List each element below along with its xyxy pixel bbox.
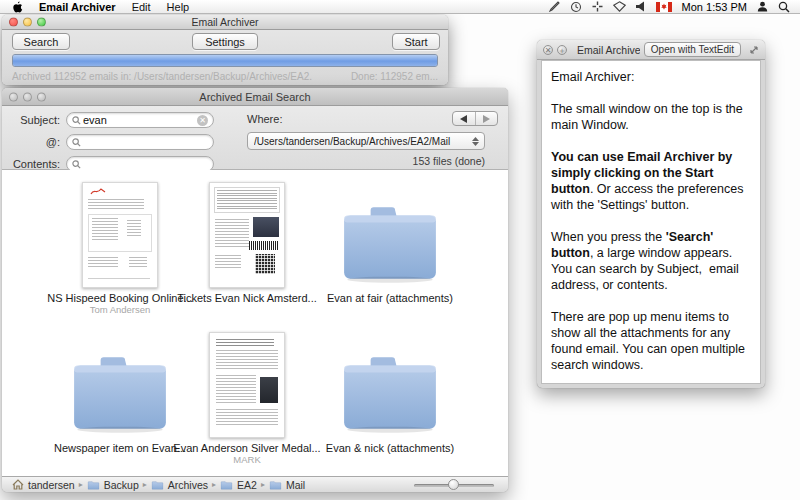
back-icon <box>460 115 467 123</box>
archive-status-text: Archived 112952 emails in: /Users/tander… <box>12 71 312 82</box>
zoom-button[interactable] <box>37 18 46 27</box>
diamond-icon[interactable] <box>613 1 626 12</box>
folder-icon[interactable] <box>69 352 171 436</box>
zoom-button[interactable] <box>37 92 46 101</box>
where-popup-menu[interactable]: /Users/tandersen/Backup/Archives/EA2/Mai… <box>247 132 485 150</box>
folder-icon[interactable] <box>339 202 441 286</box>
files-count: 153 files (done) <box>247 155 485 167</box>
main-window-titlebar[interactable]: Email Archiver <box>2 15 448 30</box>
search-window-titlebar[interactable]: Archived Email Search <box>2 88 508 106</box>
crosshair-icon[interactable] <box>592 1 603 12</box>
file-subtitle: MARK <box>169 454 325 465</box>
menu-help[interactable]: Help <box>167 1 190 13</box>
file-subtitle <box>169 304 325 315</box>
menubar-clock[interactable]: Mon 1:53 PM <box>682 1 747 13</box>
quicklook-title: Email Archiver.rtf <box>577 44 640 56</box>
document-thumbnail-ticket[interactable] <box>209 182 285 288</box>
minimize-button[interactable] <box>23 18 32 27</box>
menu-edit[interactable]: Edit <box>132 1 151 13</box>
quicklook-titlebar[interactable]: ✕ ＋ Email Archiver.rtf Open with TextEdi… <box>537 40 765 60</box>
slider-thumb[interactable] <box>448 479 459 490</box>
path-item-ea2[interactable]: EA2 <box>220 479 257 491</box>
search-window-title: Archived Email Search <box>199 91 310 103</box>
forward-icon <box>483 115 490 123</box>
clear-icon[interactable]: ✕ <box>197 115 208 126</box>
folder-icon <box>87 480 100 490</box>
history-segmented-control <box>452 111 498 126</box>
home-icon <box>12 479 24 490</box>
where-popup-value: /Users/tandersen/Backup/Archives/EA2/Mai… <box>254 136 470 147</box>
search-toolbar: Subject: ✕ @: Contents: <box>2 106 508 170</box>
contents-label: Contents: <box>2 158 60 170</box>
search-icon <box>72 116 81 125</box>
folder-icon[interactable] <box>339 352 441 436</box>
archived-email-search-window: Archived Email Search Subject: ✕ @: Cont <box>2 88 508 492</box>
archive-progress-bar <box>12 54 438 67</box>
path-item-backup[interactable]: Backup <box>87 479 139 491</box>
file-name: Evan & nick (attachments) <box>312 442 468 454</box>
pen-icon[interactable] <box>549 1 560 12</box>
close-button[interactable] <box>9 92 18 101</box>
file-item[interactable]: Evan Anderson Silver Medal... MARK <box>169 326 325 465</box>
contents-input[interactable] <box>81 158 208 170</box>
progress-fill <box>13 55 437 66</box>
file-name: Evan Anderson Silver Medal... <box>169 442 325 454</box>
quicklook-text: Email Archiver: The small window on the … <box>541 60 761 384</box>
document-thumbnail-article[interactable] <box>209 332 285 438</box>
file-item[interactable]: Evan at fair (attachments) <box>312 176 468 315</box>
main-window-title: Email Archiver <box>191 16 258 28</box>
path-item-archives[interactable]: Archives <box>151 479 208 491</box>
quicklook-window: ✕ ＋ Email Archiver.rtf Open with TextEdi… <box>537 40 765 388</box>
path-item-home[interactable]: tandersen <box>12 479 75 491</box>
path-item-mail[interactable]: Mail <box>269 479 305 491</box>
email-archiver-window: Email Archiver Search Settings Start Arc… <box>2 15 448 85</box>
document-thumbnail-invoice[interactable] <box>82 182 158 288</box>
user-icon[interactable] <box>757 1 768 12</box>
menu-bar: Email Archiver Edit Help Mon 1:53 <box>0 0 800 14</box>
search-icon <box>72 160 81 169</box>
popup-stepper-icon <box>470 137 484 146</box>
address-label: @: <box>2 136 60 148</box>
minimize-button[interactable] <box>23 92 32 101</box>
close-button[interactable]: ✕ <box>543 45 553 55</box>
forward-button[interactable] <box>475 112 498 125</box>
folder-icon <box>151 480 164 490</box>
back-button[interactable] <box>453 112 475 125</box>
search-button[interactable]: Search <box>12 33 70 50</box>
where-label: Where: <box>247 113 282 125</box>
menu-app-name[interactable]: Email Archiver <box>39 1 116 13</box>
spotlight-icon[interactable] <box>778 1 790 13</box>
close-button[interactable] <box>9 18 18 27</box>
subject-input[interactable] <box>81 114 197 126</box>
address-input[interactable] <box>81 136 208 148</box>
file-item[interactable]: Tickets Evan Nick Amsterd... <box>169 176 325 315</box>
folder-icon <box>269 480 282 490</box>
fullscreen-button[interactable]: ＋ <box>557 45 567 55</box>
start-button[interactable]: Start <box>392 33 440 50</box>
file-name: Tickets Evan Nick Amsterd... <box>169 292 325 304</box>
icon-size-slider[interactable] <box>414 478 494 492</box>
search-results-grid: NS Hispeed Booking Online... Tom Anderse… <box>2 170 508 476</box>
expand-icon[interactable] <box>749 45 759 55</box>
canada-flag-icon[interactable] <box>656 2 672 12</box>
subject-field[interactable]: ✕ <box>66 112 214 128</box>
volume-icon[interactable] <box>636 1 646 12</box>
subject-label: Subject: <box>2 114 60 126</box>
open-with-textedit-button[interactable]: Open with TextEdit <box>644 42 741 57</box>
address-field[interactable] <box>66 134 214 150</box>
apple-menu-icon[interactable] <box>12 1 23 13</box>
time-machine-icon[interactable] <box>570 1 582 13</box>
search-icon <box>72 138 81 147</box>
path-bar: tandersen ▸ Backup ▸ Archives ▸ EA2 ▸ Ma… <box>2 476 508 492</box>
archive-done-text: Done: 112952 em... <box>351 71 438 82</box>
file-item[interactable]: Evan & nick (attachments) <box>312 326 468 465</box>
file-name: Evan at fair (attachments) <box>312 292 468 304</box>
file-subtitle <box>312 454 468 465</box>
file-subtitle <box>312 304 468 315</box>
settings-button[interactable]: Settings <box>192 33 258 50</box>
folder-icon <box>220 480 233 490</box>
